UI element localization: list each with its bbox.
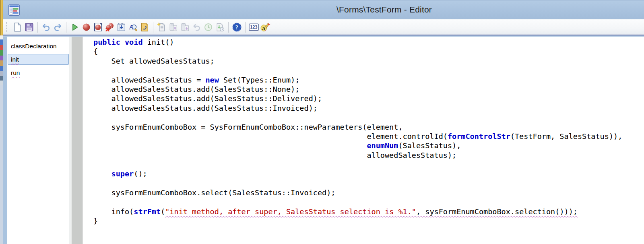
method-list: classDeclarationinitrun — [7, 37, 69, 244]
lookup-button[interactable]: A — [127, 21, 139, 33]
line-numbers-button[interactable]: 123 — [248, 21, 260, 33]
line-numbers-icon: 123 — [249, 22, 259, 32]
toolbar-separator — [153, 22, 153, 33]
code-line: Set allowedSalesStatus; — [93, 56, 644, 66]
open-document-icon — [140, 22, 150, 32]
undo-button[interactable] — [40, 21, 52, 33]
code-line — [93, 113, 644, 122]
remove-breakpoints-icon — [105, 22, 115, 32]
sidebar-scrollbar[interactable] — [72, 37, 83, 244]
window-title: \Forms\TestForm - Editor — [336, 5, 432, 14]
compare-versions-button[interactable] — [214, 21, 226, 33]
version-check-in-button[interactable] — [167, 21, 179, 33]
sliver-segment — [0, 71, 3, 76]
import-icon — [116, 22, 126, 32]
sliver-segment — [0, 66, 3, 71]
editor-window: \Forms\TestForm - Editor A?123a classDec… — [3, 0, 644, 244]
code-line: sysFormEnumComboBox = SysFormEnumComboBo… — [93, 122, 644, 132]
code-line: element.controlId(formControlStr(TestFor… — [93, 132, 644, 141]
save-button[interactable] — [23, 21, 35, 33]
help-icon: ? — [232, 22, 242, 32]
add-document-icon — [157, 22, 167, 32]
breakpoint-icon — [81, 22, 91, 32]
code-line: allowedSalesStatus = new Set(Types::Enum… — [93, 75, 644, 85]
editor-window-icon[interactable] — [8, 4, 20, 16]
sliver-segment — [0, 0, 3, 35]
background-window-sliver — [0, 0, 3, 244]
add-document-button[interactable] — [156, 21, 167, 33]
code-editor[interactable]: public void init(){ Set allowedSalesStat… — [83, 37, 644, 244]
toggle-breakpoint-button[interactable] — [92, 21, 104, 33]
import-button[interactable] — [116, 21, 127, 33]
toolbar-separator — [245, 22, 246, 33]
sliver-segment — [0, 85, 3, 244]
code-line: } — [93, 216, 644, 225]
sliver-segment — [0, 81, 3, 85]
code-line: public void init() — [93, 37, 644, 47]
help-button[interactable]: ? — [231, 21, 243, 33]
spell-check-icon: a — [260, 22, 270, 32]
method-item-init[interactable]: init — [8, 54, 69, 65]
code-line: enumNum(SalesStatus), — [93, 141, 644, 150]
version-history-button[interactable] — [202, 21, 214, 33]
run-button[interactable] — [69, 21, 80, 33]
sliver-segment — [0, 39, 3, 45]
version-history-icon — [203, 22, 213, 32]
lookup-icon: A — [128, 22, 138, 32]
toolbar-separator — [228, 22, 229, 33]
sliver-segment — [0, 76, 3, 81]
svg-text:a: a — [262, 25, 265, 31]
new-document-icon — [12, 22, 23, 32]
code-line: super(); — [93, 169, 644, 178]
toolbar-grip[interactable] — [6, 22, 9, 32]
save-icon — [24, 22, 34, 32]
method-item-classDeclaration[interactable]: classDeclaration — [8, 41, 69, 52]
sliver-segment — [0, 56, 3, 60]
sliver-segment — [0, 50, 3, 56]
content: classDeclarationinitrun public void init… — [3, 37, 644, 244]
undo-check-out-icon — [192, 22, 202, 32]
toggle-breakpoint-icon — [93, 22, 103, 32]
undo-icon — [41, 22, 51, 32]
version-check-in-icon — [168, 22, 178, 32]
code-line: sysFormEnumComboBox.select(SalesStatus::… — [93, 188, 644, 197]
svg-text:123: 123 — [250, 25, 257, 29]
code-line — [93, 66, 644, 75]
spell-check-button[interactable]: a — [260, 21, 271, 33]
version-check-out-button[interactable] — [179, 21, 191, 33]
sliver-segment — [0, 45, 3, 50]
redo-icon — [53, 22, 63, 32]
code-line: { — [93, 47, 644, 56]
code-line: allowedSalesStatus.add(SalesStatus::Invo… — [93, 103, 644, 113]
method-item-run[interactable]: run — [8, 67, 69, 78]
method-item-label: classDeclaration — [11, 43, 57, 50]
titlebar[interactable]: \Forms\TestForm - Editor — [3, 0, 644, 19]
code-line: allowedSalesStatus.add(SalesStatus::Deli… — [93, 94, 644, 103]
method-item-label: init — [11, 56, 19, 63]
version-check-out-icon — [180, 22, 190, 32]
redo-button[interactable] — [52, 21, 64, 33]
code-line — [93, 198, 644, 207]
code-line: allowedSalesStatus); — [93, 151, 644, 160]
method-item-label: run — [11, 69, 20, 77]
run-icon — [70, 22, 80, 32]
screen: \Forms\TestForm - Editor A?123a classDec… — [0, 0, 644, 244]
sliver-segment — [0, 35, 3, 39]
undo-check-out-button[interactable] — [191, 21, 202, 33]
sliver-segment — [0, 60, 3, 66]
code-line: allowedSalesStatus.add(SalesStatus::None… — [93, 85, 644, 94]
toolbar-separator — [66, 22, 66, 33]
code-line — [93, 160, 644, 169]
toolbar-separator — [37, 22, 38, 33]
svg-text:?: ? — [235, 24, 238, 30]
compare-versions-icon — [215, 22, 225, 32]
code-line: info(strFmt("init method, after super, S… — [93, 207, 644, 216]
open-document-button[interactable] — [139, 21, 151, 33]
new-document-button[interactable] — [12, 21, 23, 33]
breakpoint-button[interactable] — [80, 21, 92, 33]
window-frame-left — [3, 37, 7, 244]
toolbar: A?123a — [3, 19, 644, 35]
remove-breakpoints-button[interactable] — [104, 21, 116, 33]
code-line — [93, 179, 644, 188]
